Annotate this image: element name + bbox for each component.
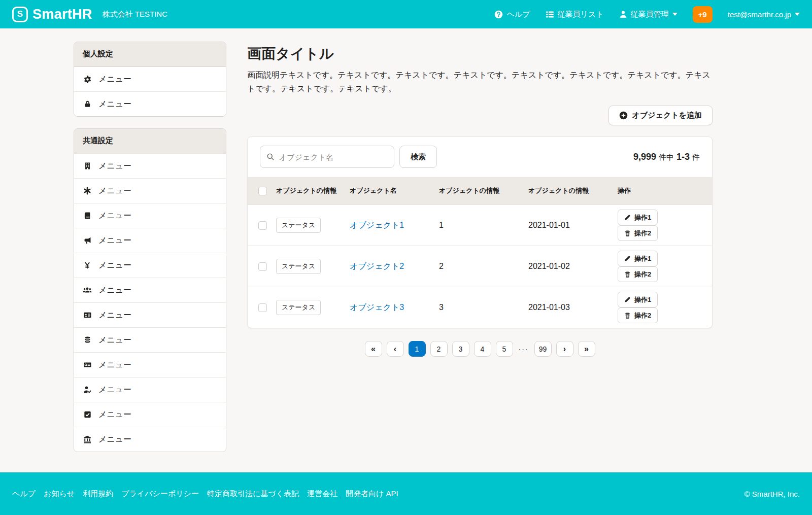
row-checkbox[interactable] bbox=[258, 262, 267, 271]
sidebar-item-security[interactable]: メニュー bbox=[74, 91, 226, 116]
smarthr-logo[interactable]: S SmartHR bbox=[12, 7, 92, 22]
object-search-input[interactable] bbox=[279, 153, 388, 161]
book-icon bbox=[83, 212, 92, 220]
row-checkbox[interactable] bbox=[258, 303, 267, 312]
gear-icon bbox=[83, 75, 92, 84]
id-card-icon bbox=[83, 311, 92, 319]
page-button-5[interactable]: 5 bbox=[496, 341, 513, 357]
sidebar-group-personal: 個人設定 メニュー メニュー bbox=[74, 42, 226, 117]
page-button-3[interactable]: 3 bbox=[452, 341, 469, 357]
database-icon bbox=[83, 336, 92, 344]
date-cell: 2021-01-03 bbox=[524, 287, 614, 328]
page-button-99[interactable]: 99 bbox=[534, 341, 552, 357]
next-page-button[interactable]: › bbox=[556, 341, 573, 357]
megaphone-icon bbox=[83, 236, 92, 245]
pencil-icon bbox=[624, 296, 631, 303]
table-row: ステータス オブジェクト2 2 2021-01-02 操作1 操作2 bbox=[248, 246, 712, 287]
sidebar-item-label: メニュー bbox=[98, 211, 131, 221]
edit-button[interactable]: 操作1 bbox=[618, 251, 658, 266]
sidebar-item-company[interactable]: メニュー bbox=[74, 153, 226, 178]
plus-circle-icon bbox=[619, 111, 628, 120]
result-count: 9,999 件中 1-3 件 bbox=[633, 152, 700, 162]
list-icon bbox=[546, 10, 554, 19]
status-badge: ステータス bbox=[276, 300, 321, 315]
column-header: 操作 bbox=[614, 177, 712, 205]
sidebar-item-asterisk[interactable]: メニュー bbox=[74, 178, 226, 203]
delete-button-label: 操作2 bbox=[634, 311, 651, 320]
edit-button[interactable]: 操作1 bbox=[618, 210, 658, 225]
result-unit-middle: 件中 bbox=[659, 153, 674, 162]
delete-button[interactable]: 操作2 bbox=[618, 307, 658, 323]
delete-button[interactable]: 操作2 bbox=[618, 225, 658, 241]
footer-link-commerce-law[interactable]: 特定商取引法に基づく表記 bbox=[207, 489, 299, 499]
sidebar-item-approval[interactable]: メニュー bbox=[74, 402, 226, 427]
sidebar-item-label: メニュー bbox=[98, 385, 131, 395]
footer-link-terms[interactable]: 利用規約 bbox=[83, 489, 113, 499]
employee-admin-menu[interactable]: 従業員管理 bbox=[619, 10, 678, 19]
footer-links: ヘルプ お知らせ 利用規約 プライバシーポリシー 特定商取引法に基づく表記 運営… bbox=[12, 489, 398, 499]
sidebar-item-money-check[interactable]: メニュー bbox=[74, 352, 226, 377]
employee-admin-label: 従業員管理 bbox=[631, 10, 669, 19]
table-row: ステータス オブジェクト3 3 2021-01-03 操作1 操作2 bbox=[248, 287, 712, 328]
first-page-button[interactable]: « bbox=[365, 341, 382, 357]
sidebar-item-profile-card[interactable]: メニュー bbox=[74, 302, 226, 327]
info-cell: 3 bbox=[435, 287, 524, 328]
sidebar-item-label: メニュー bbox=[98, 285, 131, 296]
main-content: 画面タイトル 画面説明テキストです。テキストです。テキストです。テキストです。テ… bbox=[247, 42, 713, 357]
trash-icon bbox=[624, 312, 631, 319]
object-link[interactable]: オブジェクト2 bbox=[350, 262, 404, 270]
sidebar-item-announcement[interactable]: メニュー bbox=[74, 228, 226, 253]
add-object-label: オブジェクトを追加 bbox=[632, 111, 702, 120]
search-button[interactable]: 検索 bbox=[399, 146, 437, 168]
bank-icon bbox=[83, 435, 92, 443]
sidebar-item-book[interactable]: メニュー bbox=[74, 203, 226, 228]
footer-link-news[interactable]: お知らせ bbox=[44, 489, 75, 499]
app-header: S SmartHR 株式会社 TESTINC ヘルプ 従業員リスト 従業員管理 … bbox=[0, 0, 812, 28]
add-object-button[interactable]: オブジェクトを追加 bbox=[608, 106, 713, 125]
edit-button[interactable]: 操作1 bbox=[618, 292, 658, 307]
sidebar-item-label: メニュー bbox=[98, 335, 131, 346]
status-badge: ステータス bbox=[276, 218, 321, 233]
help-circle-icon bbox=[494, 10, 503, 19]
page-button-2[interactable]: 2 bbox=[430, 341, 448, 357]
sidebar-item-members[interactable]: メニュー bbox=[74, 278, 226, 302]
footer-link-privacy[interactable]: プライバシーポリシー bbox=[121, 489, 199, 499]
footer-link-developer-api[interactable]: 開発者向け API bbox=[346, 489, 398, 499]
select-all-checkbox[interactable] bbox=[258, 187, 267, 195]
pagination-ellipsis: ··· bbox=[518, 345, 530, 353]
edit-button-label: 操作1 bbox=[634, 295, 651, 304]
page-button-4[interactable]: 4 bbox=[474, 341, 491, 357]
row-checkbox[interactable] bbox=[258, 221, 267, 230]
help-link[interactable]: ヘルプ bbox=[494, 10, 530, 19]
last-page-button[interactable]: » bbox=[578, 341, 595, 357]
sidebar-item-label: メニュー bbox=[98, 99, 131, 110]
footer-link-help[interactable]: ヘルプ bbox=[12, 489, 36, 499]
sidebar-item-label: メニュー bbox=[98, 74, 131, 85]
sidebar-item-settings[interactable]: メニュー bbox=[74, 66, 226, 91]
sidebar-item-bank[interactable]: メニュー bbox=[74, 427, 226, 452]
sidebar-group-title: 個人設定 bbox=[74, 42, 226, 66]
sidebar-item-label: メニュー bbox=[98, 260, 131, 271]
table-header-row: オブジェクトの情報 オブジェクト名 オブジェクトの情報 オブジェクトの情報 操作 bbox=[248, 177, 712, 205]
smarthr-logo-icon: S bbox=[12, 7, 28, 22]
sidebar-item-payroll[interactable]: メニュー bbox=[74, 253, 226, 278]
company-name: 株式会社 TESTINC bbox=[103, 10, 167, 19]
sidebar-item-user-check[interactable]: メニュー bbox=[74, 377, 226, 402]
page-button-1[interactable]: 1 bbox=[409, 341, 426, 357]
pagination: « ‹ 1 2 3 4 5 ··· 99 › » bbox=[247, 341, 713, 357]
column-header: オブジェクトの情報 bbox=[524, 177, 614, 205]
employee-list-link[interactable]: 従業員リスト bbox=[546, 10, 604, 19]
footer-link-company[interactable]: 運営会社 bbox=[307, 489, 337, 499]
prev-page-button[interactable]: ‹ bbox=[387, 341, 404, 357]
check-square-icon bbox=[83, 410, 92, 419]
object-link[interactable]: オブジェクト3 bbox=[350, 303, 404, 312]
date-cell: 2021-01-01 bbox=[524, 205, 614, 246]
account-menu[interactable]: test@smarthr.co.jp bbox=[728, 10, 800, 19]
object-link[interactable]: オブジェクト1 bbox=[350, 221, 404, 229]
yen-icon bbox=[83, 261, 92, 269]
notification-count-badge[interactable]: +9 bbox=[693, 6, 713, 23]
search-box bbox=[260, 146, 394, 168]
delete-button[interactable]: 操作2 bbox=[618, 266, 658, 282]
sidebar-item-database[interactable]: メニュー bbox=[74, 327, 226, 352]
brand-name: SmartHR bbox=[32, 7, 92, 22]
